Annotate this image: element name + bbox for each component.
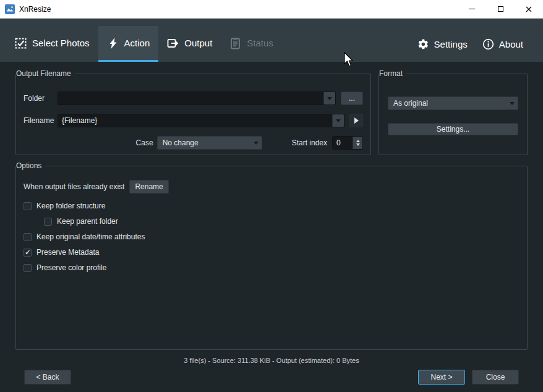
spin-down-icon[interactable] bbox=[356, 143, 360, 146]
tab-label: Select Photos bbox=[32, 38, 90, 48]
chevron-down-icon bbox=[507, 102, 518, 105]
settings-button[interactable]: Settings bbox=[410, 26, 475, 62]
group-title: Options bbox=[16, 161, 45, 171]
settings-label: Settings bbox=[434, 39, 468, 49]
format-settings-button[interactable]: Settings... bbox=[388, 123, 518, 135]
titlebar: XnResize bbox=[0, 0, 543, 19]
close-window-button[interactable] bbox=[515, 0, 543, 18]
xnresize-window: XnResize Select Photos bbox=[0, 0, 543, 392]
tab-label: Status bbox=[247, 38, 273, 48]
next-button[interactable]: Next > bbox=[418, 370, 465, 385]
checkbox-row: Preserve color profile bbox=[24, 262, 519, 274]
checkbox-row: Keep original date/time attributes bbox=[24, 231, 519, 243]
info-icon bbox=[482, 38, 494, 50]
close-button[interactable]: Close bbox=[472, 370, 519, 385]
format-combobox[interactable]: As original bbox=[388, 96, 518, 110]
back-button[interactable]: < Back bbox=[24, 370, 71, 385]
chevron-down-icon bbox=[250, 142, 262, 145]
tab-action[interactable]: Action bbox=[98, 26, 159, 62]
checkbox-preserve-metadata[interactable] bbox=[24, 249, 32, 257]
checkbox-keep-datetime-attributes[interactable] bbox=[24, 233, 32, 241]
checkbox-keep-folder-structure[interactable] bbox=[24, 202, 32, 210]
chevron-down-icon bbox=[168, 185, 169, 189]
about-label: About bbox=[499, 39, 523, 49]
checkbox-preserve-color-profile[interactable] bbox=[24, 264, 32, 272]
exist-combobox[interactable]: Rename bbox=[129, 180, 169, 194]
exist-value: Rename bbox=[130, 182, 168, 191]
maximize-icon bbox=[498, 6, 503, 12]
about-button[interactable]: About bbox=[475, 26, 531, 62]
exist-label: When output files already exist bbox=[24, 182, 124, 191]
folder-label: Folder bbox=[24, 94, 58, 103]
group-title: Output Filename bbox=[16, 69, 75, 79]
start-index-spinner[interactable]: 0 bbox=[332, 136, 363, 150]
filename-value: {Filename} bbox=[58, 116, 332, 125]
options-group: Options When output files already exist … bbox=[15, 166, 528, 350]
case-combobox[interactable]: No change bbox=[157, 136, 262, 150]
tab-label: Action bbox=[124, 38, 150, 48]
checkbox-label[interactable]: Preserve Metadata bbox=[36, 248, 99, 257]
checkbox-row: Preserve Metadata bbox=[24, 246, 519, 258]
case-label: Case bbox=[136, 138, 153, 147]
play-icon bbox=[354, 117, 359, 124]
case-value: No change bbox=[158, 138, 250, 147]
format-value: As original bbox=[388, 99, 507, 108]
checkbox-label[interactable]: Keep folder structure bbox=[36, 202, 105, 210]
chevron-down-icon[interactable] bbox=[323, 92, 335, 104]
filename-combobox[interactable]: {Filename} bbox=[58, 114, 344, 127]
tab-select-photos[interactable]: Select Photos bbox=[6, 26, 98, 62]
start-index-label: Start index bbox=[292, 138, 327, 147]
spinner-arrows[interactable] bbox=[353, 137, 362, 149]
filename-row: Filename {Filename} bbox=[24, 114, 363, 127]
minimize-icon bbox=[469, 9, 475, 9]
window-controls bbox=[458, 0, 543, 18]
output-icon bbox=[167, 37, 179, 49]
window-title: XnResize bbox=[19, 5, 51, 14]
content: Output Filename Folder ... Filename {Fil… bbox=[0, 74, 543, 385]
format-group: Format As original Settings... bbox=[378, 74, 528, 155]
checkbox-row: Keep parent folder bbox=[44, 215, 519, 228]
chevron-down-icon[interactable] bbox=[332, 114, 344, 127]
tab-label: Output bbox=[184, 38, 212, 48]
exist-row: When output files already exist Rename bbox=[24, 180, 519, 194]
browse-folder-button[interactable]: ... bbox=[341, 92, 363, 105]
tab-output[interactable]: Output bbox=[158, 26, 221, 62]
tab-status[interactable]: Status bbox=[221, 26, 282, 62]
close-icon bbox=[526, 6, 532, 12]
checkbox-label[interactable]: Preserve color profile bbox=[36, 263, 106, 272]
app-icon bbox=[5, 4, 15, 14]
folder-row: Folder ... bbox=[24, 92, 363, 105]
minimize-button[interactable] bbox=[458, 0, 486, 18]
status-summary: 3 file(s) - Source: 311.38 KiB - Output … bbox=[15, 357, 528, 365]
select-photos-icon bbox=[15, 37, 27, 49]
status-icon bbox=[229, 37, 242, 49]
insert-variable-button[interactable] bbox=[349, 114, 363, 127]
start-index-value: 0 bbox=[333, 137, 353, 149]
case-row: Case No change Start index 0 bbox=[24, 136, 363, 150]
checkbox-label[interactable]: Keep parent folder bbox=[57, 217, 118, 226]
folder-combobox[interactable] bbox=[58, 92, 336, 105]
maximize-button[interactable] bbox=[486, 0, 515, 18]
toolbar-spacer bbox=[282, 26, 410, 62]
group-title: Format bbox=[379, 69, 406, 79]
filename-label: Filename bbox=[24, 116, 58, 125]
spin-up-icon[interactable] bbox=[356, 140, 360, 142]
checkbox-label[interactable]: Keep original date/time attributes bbox=[36, 232, 145, 241]
action-icon bbox=[107, 37, 119, 49]
output-filename-group: Output Filename Folder ... Filename {Fil… bbox=[15, 74, 371, 155]
toolbar: Select Photos Action Output bbox=[0, 19, 543, 62]
checkbox-keep-parent-folder[interactable] bbox=[44, 218, 52, 226]
checkbox-row: Keep folder structure bbox=[24, 200, 519, 212]
footer: < Back Next > Close bbox=[15, 365, 528, 385]
gear-icon bbox=[417, 38, 429, 50]
